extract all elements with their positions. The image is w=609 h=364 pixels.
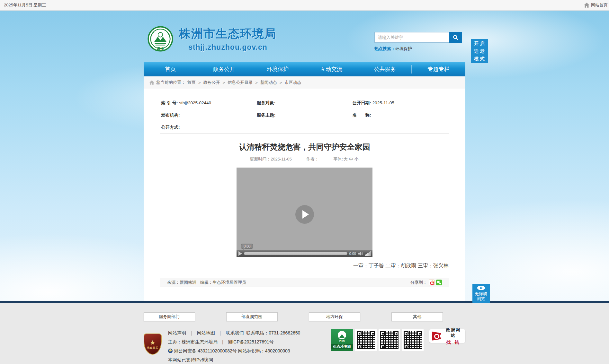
hot-search: 热点搜索：环境保护: [374, 46, 462, 52]
footer-link-groups: 国务院部门 部直属范围 地方环保 其他: [144, 312, 465, 321]
elder-mode-button[interactable]: 开 启 适 老 模 式: [471, 39, 488, 63]
footer-link-sitemap[interactable]: 网站地图: [197, 330, 215, 335]
article-editor: 编辑：生态环境局管理员: [200, 280, 246, 285]
footer-select-state-council[interactable]: 国务院部门: [144, 312, 195, 321]
video-player[interactable]: 0:00 0:00: [237, 168, 372, 257]
ipv6-note: 本网站已支持IPv6访问: [168, 355, 331, 364]
home-icon: [584, 3, 589, 8]
nav-item-interaction[interactable]: 互动交流: [304, 62, 358, 76]
icp-number[interactable]: 湘ICP备2025127691号: [228, 339, 273, 344]
home-link-label: 网站首页: [591, 2, 608, 8]
footer-select-ministry[interactable]: 部直属范围: [226, 312, 278, 321]
video-progress-bar[interactable]: [244, 252, 347, 255]
eye-icon: [477, 285, 485, 290]
video-time-tooltip: 0:00: [241, 244, 253, 249]
font-size-small[interactable]: 小: [354, 157, 359, 161]
article-source: 来源：新闻株洲: [167, 280, 196, 285]
qr-code-3: [402, 329, 424, 351]
breadcrumb-home-icon: [149, 80, 154, 85]
accessibility-button[interactable]: 无障碍 浏览: [472, 284, 490, 303]
footer: 国务院部门 部直属范围 地方环保 其他 ★ 党政机关 网站声明｜网站地图｜联系我…: [0, 303, 609, 364]
share-label: 分享到：: [410, 280, 427, 285]
nav-item-home[interactable]: 首页: [144, 62, 197, 76]
play-icon: [302, 210, 309, 219]
bureau-logo-icon: ZHB: [148, 26, 173, 52]
footer-link-statement[interactable]: 网站声明: [168, 330, 186, 335]
article-meta: 更新时间：2025-11-05 作者： 字体:大中小: [144, 156, 465, 162]
video-duration: 0:00: [349, 252, 356, 256]
gov-agency-badge-icon: ★ 党政机关: [144, 334, 162, 355]
qr-code-1: [355, 329, 377, 351]
speaker-icon[interactable]: [358, 251, 363, 256]
video-play-button[interactable]: [295, 205, 314, 224]
current-date: 2025年11月5日 星期三: [4, 2, 46, 8]
site-home-link[interactable]: 网站首页: [584, 2, 608, 8]
breadcrumb: 您当前的位置： 首页 > 政务公开 > 信息公开目录 > 新闻动态 > 市区动态: [144, 76, 465, 89]
weibo-share-icon[interactable]: [429, 280, 434, 285]
search-icon: [453, 35, 459, 40]
sky-background: ZHB 株洲市生态环境局 sthjj.zhuzhou.gov.cn: [0, 11, 609, 301]
gov-site-error-report-badge[interactable]: 政府网站 找 错: [429, 329, 465, 343]
moee-emblem-icon: [338, 331, 346, 339]
doc-info-row: 公开方式:: [160, 121, 449, 134]
font-size-large[interactable]: 大: [344, 157, 348, 161]
wechat-share-icon[interactable]: [436, 280, 442, 285]
doc-info-table: 索 引 号: sthjj/2025-02440 服务对象: 公开日期: 2025…: [160, 97, 449, 134]
police-badge-icon: [168, 349, 173, 353]
main-nav: 首页 政务公开 环境保护 互动交流 公共服务 专题专栏: [144, 62, 465, 76]
footer-link-contact[interactable]: 联系我们: [226, 330, 244, 335]
organizer: 主办：株洲市生态环境局: [168, 339, 218, 344]
site-title: 株洲市生态环境局: [179, 26, 277, 42]
video-controls: 0:00 0:00: [237, 250, 372, 257]
error-report-icon: [432, 332, 442, 341]
source-bar: 来源：新闻株洲 编辑：生态环境局管理员 分享到：: [160, 278, 449, 287]
top-bar: 2025年11月5日 星期三 网站首页: [0, 0, 609, 11]
update-date: 2025-11-05: [271, 157, 292, 161]
hot-search-label: 热点搜索：: [374, 46, 395, 51]
breadcrumb-item-gov-info[interactable]: 政务公开: [203, 80, 220, 85]
font-size-medium[interactable]: 中: [349, 157, 353, 161]
volume-bars[interactable]: [365, 251, 371, 256]
site-header: ZHB 株洲市生态环境局 sthjj.zhuzhou.gov.cn: [144, 11, 465, 62]
doc-info-row: 索 引 号: sthjj/2025-02440 服务对象: 公开日期: 2025…: [160, 97, 449, 109]
breadcrumb-prefix: 您当前的位置：: [156, 80, 185, 85]
moee-logo[interactable]: ZHB 生态环境部: [331, 329, 353, 351]
reviewers-line: 一审：丁子璇 二审：胡欣雨 三审：张兴林: [144, 263, 465, 269]
site-code: 4302000003: [265, 348, 290, 353]
search-button[interactable]: [449, 32, 462, 43]
site-domain: sthjj.zhuzhou.gov.cn: [179, 43, 277, 52]
publish-date: 2025-11-05: [372, 100, 394, 105]
footer-select-other[interactable]: 其他: [391, 312, 443, 321]
video-control-play-icon[interactable]: [238, 251, 242, 256]
breadcrumb-item-home[interactable]: 首页: [187, 80, 196, 85]
nav-item-services[interactable]: 公共服务: [358, 62, 412, 76]
footer-select-local-env[interactable]: 地方环保: [309, 312, 360, 321]
search-input[interactable]: [374, 32, 449, 43]
nav-item-environment[interactable]: 环境保护: [251, 62, 305, 76]
footer-text-block: 网站声明｜网站地图｜联系我们 联系电话：0731-28682650 主办：株洲市…: [168, 328, 331, 364]
breadcrumb-item-district[interactable]: 市区动态: [284, 80, 301, 85]
qr-code-2: [379, 329, 400, 351]
logo-abbr-text: ZHB: [157, 47, 164, 50]
nav-item-gov-info[interactable]: 政务公开: [197, 62, 251, 76]
doc-info-row: 发布机构: 服务主题: 名 称:: [160, 109, 449, 121]
search-area: 热点搜索：环境保护: [374, 32, 462, 52]
breadcrumb-item-news[interactable]: 新闻动态: [260, 80, 277, 85]
article-title: 认清秸秆焚烧危害，共同守护安全家园: [144, 142, 465, 152]
contact-phone: 0731-28682650: [269, 330, 300, 335]
hot-search-term[interactable]: 环境保护: [395, 46, 412, 51]
security-number[interactable]: 湘公网安备 43021102000082号: [174, 348, 237, 353]
nav-item-special[interactable]: 专题专栏: [412, 62, 465, 76]
site-brand[interactable]: ZHB 株洲市生态环境局 sthjj.zhuzhou.gov.cn: [148, 26, 277, 52]
article-card: 索 引 号: sthjj/2025-02440 服务对象: 公开日期: 2025…: [144, 89, 465, 301]
index-number: sthjj/2025-02440: [179, 100, 211, 105]
breadcrumb-item-catalog[interactable]: 信息公开目录: [228, 80, 253, 85]
page: 2025年11月5日 星期三 网站首页 ZHB: [0, 0, 609, 364]
